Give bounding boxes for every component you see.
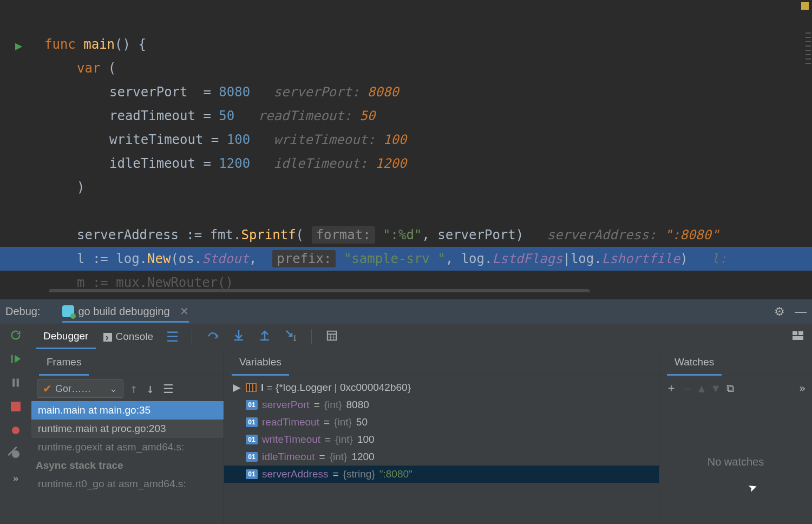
variables-pane: Variables ▶l = {*log.Logger | 0xc000042b… bbox=[224, 350, 659, 524]
resume-button[interactable] bbox=[9, 352, 23, 366]
variable-row[interactable]: 01serverAddress = {string} ":8080" bbox=[224, 466, 659, 483]
svg-rect-13 bbox=[793, 331, 797, 335]
watches-empty-text: No watches bbox=[659, 399, 812, 524]
debug-run-tab[interactable]: go build debugging ✕ bbox=[62, 300, 189, 323]
code-line[interactable]: func main() { bbox=[44, 32, 812, 56]
goroutine-selector[interactable]: ✔Gor……⌄ bbox=[37, 379, 123, 398]
svg-rect-0 bbox=[11, 355, 13, 363]
settings-icon[interactable]: ⚙ bbox=[774, 305, 785, 319]
frames-pane: Frames ✔Gor……⌄ ↑ ↓ ☰ main.main at main.g… bbox=[31, 350, 224, 524]
watches-pane: Watches ＋ — ▲ ▼ ⧉ » No watches bbox=[659, 350, 812, 524]
debug-side-toolbar: » bbox=[0, 324, 31, 524]
code-line[interactable]: serverAddress := fmt.Sprintf( format: ":… bbox=[44, 223, 812, 247]
code-line[interactable]: readTimeout = 50 readTimeout: 50 bbox=[44, 104, 812, 128]
svg-rect-14 bbox=[798, 331, 803, 335]
evaluate-expression-button[interactable] bbox=[326, 330, 338, 344]
mute-breakpoints-button[interactable] bbox=[9, 447, 23, 461]
code-line[interactable]: ) bbox=[44, 175, 812, 199]
svg-rect-8 bbox=[328, 331, 337, 340]
add-watch-button[interactable]: ＋ bbox=[666, 381, 677, 395]
stop-button[interactable] bbox=[9, 399, 23, 414]
int-icon: 01 bbox=[246, 469, 258, 479]
more-actions-icon[interactable]: » bbox=[9, 471, 23, 485]
step-out-button[interactable] bbox=[258, 329, 271, 345]
debugger-tab[interactable]: Debugger bbox=[36, 325, 96, 349]
filter-frames-icon[interactable]: ☰ bbox=[163, 382, 174, 396]
svg-text:I: I bbox=[293, 335, 297, 342]
variables-title: Variables bbox=[232, 350, 289, 376]
debug-tab-title: go build debugging bbox=[78, 305, 170, 318]
move-up-button[interactable]: ▲ bbox=[698, 382, 705, 395]
check-icon: ✔ bbox=[43, 382, 52, 395]
variable-row[interactable]: 01idleTimeout = {int} 1200 bbox=[224, 448, 659, 466]
remove-watch-button[interactable]: — bbox=[684, 382, 691, 395]
frames-title: Frames bbox=[39, 350, 89, 376]
int-icon: 01 bbox=[246, 400, 258, 410]
code-line[interactable]: idleTimeout = 1200 idleTimeout: 1200 bbox=[44, 152, 812, 175]
debug-header: Debug: go build debugging ✕ ⚙ — bbox=[0, 299, 812, 324]
step-into-button[interactable] bbox=[232, 329, 245, 345]
svg-rect-15 bbox=[793, 336, 803, 340]
layout-settings-button[interactable] bbox=[791, 329, 804, 345]
svg-rect-1 bbox=[12, 379, 15, 387]
next-frame-button[interactable]: ↓ bbox=[146, 381, 154, 396]
execution-line[interactable]: l := log.New(os.Stdout, prefix: "sample-… bbox=[0, 247, 812, 271]
object-icon bbox=[246, 383, 257, 392]
svg-rect-2 bbox=[17, 379, 19, 387]
watches-title: Watches bbox=[667, 350, 722, 376]
variable-row[interactable]: 01writeTimeout = {int} 100 bbox=[224, 431, 659, 448]
debug-label: Debug: bbox=[5, 305, 41, 318]
run-to-cursor-button[interactable]: I bbox=[284, 329, 297, 345]
close-tab-icon[interactable]: ✕ bbox=[180, 305, 189, 318]
run-gutter-icon[interactable]: ▶ bbox=[15, 39, 22, 53]
debug-toolbar: Debugger Console ☰ I bbox=[31, 324, 812, 350]
variable-row[interactable]: 01serverPort = {int} 8080 bbox=[224, 396, 659, 414]
expand-icon[interactable]: ▶ bbox=[232, 381, 241, 394]
frame-list: main.main at main.go:35 runtime.main at … bbox=[31, 401, 224, 524]
view-breakpoints-button[interactable] bbox=[9, 423, 23, 437]
duplicate-watch-button[interactable]: ⧉ bbox=[726, 382, 734, 395]
debug-panel: Debug: go build debugging ✕ ⚙ — » Debugg… bbox=[0, 299, 812, 524]
frame-row[interactable]: runtime.rt0_go at asm_amd64.s: bbox=[31, 475, 224, 493]
int-icon: 01 bbox=[246, 417, 258, 427]
minimize-icon[interactable]: — bbox=[795, 305, 807, 319]
variable-row[interactable]: 01readTimeout = {int} 50 bbox=[224, 414, 659, 431]
pause-button[interactable] bbox=[9, 376, 23, 390]
chevron-down-icon: ⌄ bbox=[109, 383, 117, 395]
code-editor[interactable]: ▶ func main() { var ( serverPort = 8080 … bbox=[0, 0, 812, 292]
step-over-button[interactable] bbox=[206, 329, 219, 345]
prev-frame-button[interactable]: ↑ bbox=[130, 381, 137, 396]
gopher-icon bbox=[62, 305, 74, 317]
code-line[interactable]: var ( bbox=[44, 56, 812, 80]
int-icon: 01 bbox=[246, 435, 258, 444]
move-down-button[interactable]: ▼ bbox=[712, 382, 719, 395]
int-icon: 01 bbox=[246, 452, 258, 462]
console-icon bbox=[103, 333, 112, 342]
code-line[interactable]: serverPort = 8080 serverPort: 8080 bbox=[44, 80, 812, 104]
frame-row[interactable]: main.main at main.go:35 bbox=[31, 401, 224, 420]
code-line[interactable]: writeTimeout = 100 writeTimeout: 100 bbox=[44, 128, 812, 152]
async-divider: Async stack trace bbox=[31, 456, 224, 475]
more-watch-icon[interactable]: » bbox=[799, 382, 806, 395]
variable-row[interactable]: ▶l = {*log.Logger | 0xc000042b60} bbox=[224, 378, 659, 396]
frame-row[interactable]: runtime.main at proc.go:203 bbox=[31, 420, 224, 438]
horizontal-scrollbar[interactable] bbox=[49, 289, 590, 292]
console-tab[interactable]: Console bbox=[96, 325, 161, 348]
analysis-marker bbox=[801, 2, 809, 10]
rerun-button[interactable] bbox=[9, 328, 23, 342]
threads-icon[interactable]: ☰ bbox=[166, 329, 179, 345]
frame-row[interactable]: runtime.goexit at asm_amd64.s: bbox=[31, 438, 224, 456]
